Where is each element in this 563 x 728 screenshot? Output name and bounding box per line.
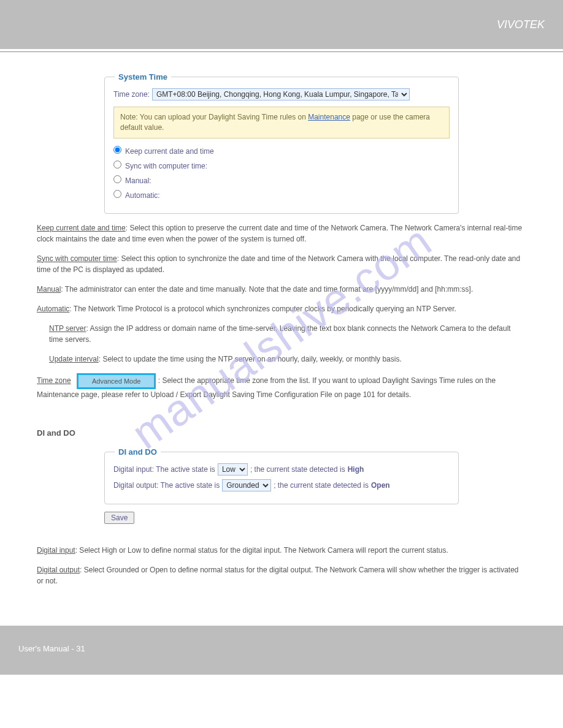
- para-sync-head: Sync with computer time: [37, 254, 117, 263]
- para-keep-head: Keep current date and time: [37, 224, 126, 232]
- di-prefix: Digital input: The active state is: [113, 464, 215, 475]
- radio-manual-row: Manual:: [113, 175, 450, 186]
- radio-keep-label[interactable]: Keep current date and time: [113, 147, 214, 156]
- para-di-head: Digital input: [37, 546, 75, 555]
- para-timezone: Time zone Advanced Mode : Select the app…: [37, 373, 526, 401]
- para-ntp-head: NTP server: [49, 324, 86, 333]
- dst-note-prefix: Note: You can upload your Daylight Savin…: [120, 113, 308, 121]
- advanced-mode-badge: Advanced Mode: [77, 373, 156, 390]
- radio-manual-text: Manual:: [125, 176, 151, 185]
- para-sync: Sync with computer time: Select this opt…: [37, 253, 526, 275]
- do-state: Open: [371, 480, 390, 491]
- radio-keep-row: Keep current date and time: [113, 146, 450, 157]
- dido-legend: DI and DO: [115, 446, 161, 458]
- para-auto-head: Automatic: [37, 305, 69, 313]
- para-interval-text: : Select to update the time using the NT…: [99, 355, 402, 363]
- system-time-panel: System Time Time zone: GMT+08:00 Beijing…: [104, 77, 459, 214]
- radio-auto[interactable]: [113, 190, 121, 198]
- para-ntp: NTP server: Assign the IP address or dom…: [49, 323, 526, 345]
- di-state: High: [348, 464, 364, 475]
- digital-input-row: Digital input: The active state is Low ;…: [113, 463, 450, 476]
- para-keep: Keep current date and time: Select this …: [37, 222, 526, 245]
- para-manual-text: : The administrator can enter the date a…: [61, 285, 473, 294]
- footer-left-text: User's Manual - 31: [18, 644, 85, 653]
- header-brand: VIVOTEK: [497, 18, 545, 31]
- do-prefix: Digital output: The active state is: [113, 480, 220, 491]
- timezone-select[interactable]: GMT+08:00 Beijing, Chongqing, Hong Kong,…: [152, 88, 410, 100]
- do-mid: ; the current state detected is: [274, 480, 369, 491]
- radio-manual-label[interactable]: Manual:: [113, 176, 151, 185]
- para-do: Digital output: Select Grounded or Open …: [37, 564, 526, 586]
- timezone-row: Time zone: GMT+08:00 Beijing, Chongqing,…: [113, 88, 450, 100]
- para-auto: Automatic: The Network Time Protocol is …: [37, 303, 526, 314]
- system-time-legend: System Time: [115, 71, 171, 83]
- radio-sync-label[interactable]: Sync with computer time:: [113, 162, 207, 170]
- page-content: System Time Time zone: GMT+08:00 Beijing…: [0, 52, 563, 607]
- dst-note: Note: You can upload your Daylight Savin…: [113, 107, 450, 138]
- radio-keep[interactable]: [113, 146, 121, 154]
- dido-heading: DI and DO: [37, 427, 526, 439]
- para-timezone-head: Time zone: [37, 376, 71, 385]
- radio-sync-row: Sync with computer time:: [113, 161, 450, 172]
- radio-sync-text: Sync with computer time:: [125, 162, 207, 170]
- para-do-text: : Select Grounded or Open to define norm…: [37, 566, 519, 585]
- para-di: Digital input: Select High or Low to def…: [37, 545, 526, 556]
- page-header-bar: VIVOTEK: [0, 0, 563, 49]
- digital-output-row: Digital output: The active state is Grou…: [113, 479, 450, 491]
- para-ntp-text: : Assign the IP address or domain name o…: [49, 324, 511, 344]
- para-do-head: Digital output: [37, 566, 80, 574]
- spacer2: [37, 524, 526, 536]
- radio-keep-text: Keep current date and time: [125, 147, 214, 156]
- para-manual-head: Manual: [37, 285, 61, 294]
- para-interval: Update interval: Select to update the ti…: [49, 354, 526, 365]
- para-auto-text: : The Network Time Protocol is a protoco…: [69, 305, 456, 313]
- timezone-label: Time zone:: [113, 89, 150, 100]
- radio-auto-label[interactable]: Automatic:: [113, 191, 160, 200]
- di-mid: ; the current state detected is: [250, 464, 345, 475]
- para-manual: Manual: The administrator can enter the …: [37, 284, 526, 295]
- digital-output-select[interactable]: Grounded: [222, 479, 271, 491]
- page-footer-bar: User's Manual - 31: [0, 626, 563, 675]
- save-button[interactable]: Save: [104, 512, 134, 524]
- maintenance-link[interactable]: Maintenance: [308, 113, 350, 121]
- save-wrap: Save: [104, 512, 526, 524]
- radio-manual[interactable]: [113, 175, 121, 183]
- radio-sync[interactable]: [113, 161, 121, 169]
- radio-auto-text: Automatic:: [125, 191, 160, 200]
- radio-auto-row: Automatic:: [113, 190, 450, 201]
- para-interval-head: Update interval: [49, 355, 99, 363]
- dido-panel: DI and DO Digital input: The active stat…: [104, 452, 459, 504]
- digital-input-select[interactable]: Low: [218, 463, 248, 476]
- para-di-text: : Select High or Low to define normal st…: [75, 546, 448, 555]
- spacer: [37, 409, 526, 427]
